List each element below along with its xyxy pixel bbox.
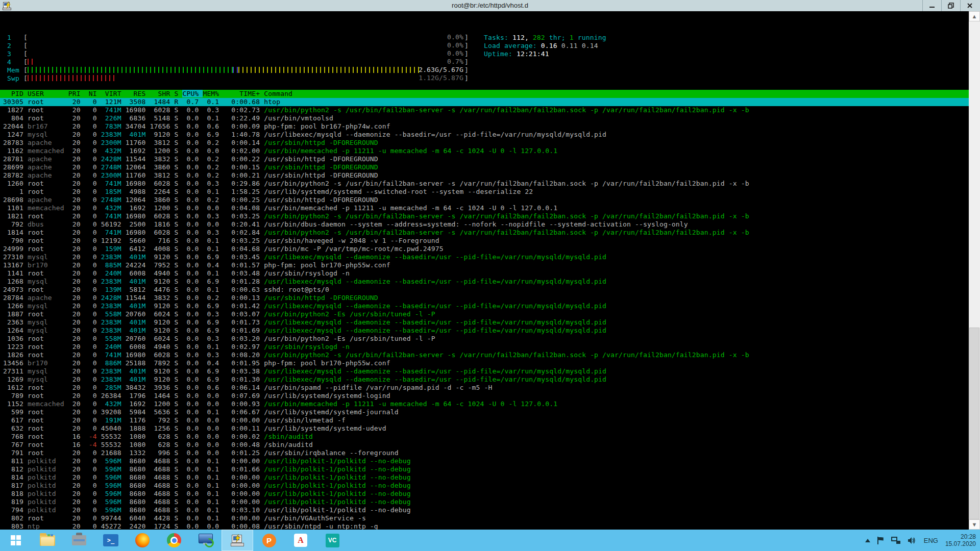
process-row[interactable]: 28783 apache 20 0 2300M 11760 3812 S 0.0…: [0, 139, 969, 147]
column-header-time[interactable]: TIME+: [223, 90, 264, 97]
process-row[interactable]: 1821 root 20 0 741M 16980 6028 S 0.0 0.3…: [0, 212, 969, 220]
taskbar-app-powershell[interactable]: >_: [95, 530, 127, 551]
scrollbar[interactable]: ▲ ▼: [969, 11, 980, 530]
process-row[interactable]: 818 polkitd 20 0 596M 8680 4688 S 0.0 0.…: [0, 490, 969, 498]
scrollbar-up-button[interactable]: ▲: [969, 11, 980, 21]
taskbar-app-acrobat-reader[interactable]: A: [285, 530, 316, 551]
process-row[interactable]: 617 root 20 0 191M 1176 792 S 0.0 0.0 0:…: [0, 416, 969, 424]
process-row[interactable]: 1269 mysql 20 0 2383M 401M 9120 S 0.0 6.…: [0, 375, 969, 384]
cell-user: root: [28, 441, 68, 448]
cell-command: /usr/libexec/mysqld --daemonize --basedi…: [264, 375, 606, 383]
restore-button[interactable]: [941, 0, 960, 11]
process-row[interactable]: 28782 apache 20 0 2300M 11760 3812 S 0.0…: [0, 171, 969, 180]
column-header-pid[interactable]: PID: [3, 90, 28, 97]
process-row[interactable]: 28784 apache 20 0 2428M 11544 3832 S 0.0…: [0, 294, 969, 302]
network-icon[interactable]: [891, 537, 900, 544]
process-row[interactable]: 1266 mysql 20 0 2383M 401M 9120 S 0.0 6.…: [0, 302, 969, 310]
process-row[interactable]: 767 root 16 -4 55532 1080 628 S 0.0 0.0 …: [0, 441, 969, 449]
cell-pid: 1264: [3, 327, 28, 334]
column-header-cpu[interactable]: CPU%: [182, 90, 203, 97]
process-row[interactable]: 1141 root 20 0 240M 6008 4940 S 0.0 0.1 …: [0, 269, 969, 278]
column-header-shr[interactable]: SHR: [150, 90, 175, 97]
process-row[interactable]: 30305 root 20 0 121M 3508 1484 R 0.7 0.1…: [0, 98, 969, 106]
process-row[interactable]: 789 root 20 0 26384 1796 1464 S 0.0 0.0 …: [0, 392, 969, 400]
process-row[interactable]: 819 polkitd 20 0 596M 8680 4688 S 0.0 0.…: [0, 498, 969, 506]
taskbar-app-file-explorer[interactable]: [32, 530, 63, 551]
start-button[interactable]: [0, 530, 32, 551]
process-row[interactable]: 13167 br170 20 0 885M 24224 7952 S 0.0 0…: [0, 261, 969, 269]
process-row[interactable]: 792 dbus 20 0 56192 2500 1816 S 0.0 0.0 …: [0, 220, 969, 229]
taskbar-app-remote-desktop[interactable]: [190, 530, 222, 551]
process-row[interactable]: 1 root 20 0 185M 4988 2264 S 0.0 0.1 1:5…: [0, 188, 969, 196]
column-header-virt[interactable]: VIRT: [101, 90, 126, 97]
column-header-res[interactable]: RES: [126, 90, 150, 97]
window-titlebar[interactable]: root@br:/etc/httpd/vhost.d: [0, 0, 980, 11]
process-row[interactable]: 1152 memcached 20 0 432M 1692 1200 S 0.0…: [0, 400, 969, 408]
process-row[interactable]: 1223 root 20 0 240M 6008 4940 S 0.0 0.1 …: [0, 343, 969, 351]
process-row[interactable]: 24999 root 20 0 159M 6412 4008 S 0.0 0.1…: [0, 245, 969, 253]
language-indicator[interactable]: ENG: [924, 537, 938, 544]
taskbar-app-putty[interactable]: [222, 530, 253, 551]
flag-icon[interactable]: [877, 537, 884, 544]
process-row[interactable]: 1264 mysql 20 0 2383M 401M 9120 S 0.0 6.…: [0, 327, 969, 335]
process-row[interactable]: 811 polkitd 20 0 596M 8680 4688 S 0.0 0.…: [0, 457, 969, 465]
process-row[interactable]: 817 polkitd 20 0 596M 8680 4688 S 0.0 0.…: [0, 482, 969, 490]
process-row[interactable]: 1101 memcached 20 0 432M 1692 1200 S 0.0…: [0, 204, 969, 212]
process-row[interactable]: 1036 root 20 0 558M 20760 6024 S 0.0 0.3…: [0, 335, 969, 343]
taskbar-app-chrome[interactable]: [158, 530, 190, 551]
column-header-user[interactable]: USER: [28, 90, 68, 97]
process-row[interactable]: 1268 mysql 20 0 2383M 401M 9120 S 0.0 6.…: [0, 278, 969, 286]
process-row[interactable]: 13456 br170 20 0 886M 25188 7892 S 0.0 0…: [0, 359, 969, 367]
process-row[interactable]: 599 root 20 0 39208 5984 5636 S 0.0 0.1 …: [0, 408, 969, 416]
cell-pri: 20: [68, 122, 85, 130]
process-row[interactable]: 791 root 20 0 21688 1332 996 S 0.0 0.0 0…: [0, 449, 969, 457]
process-row[interactable]: 790 root 20 0 12192 5660 716 S 0.0 0.1 0…: [0, 237, 969, 245]
cell-command: /usr/lib/systemd/systemd-udevd: [264, 424, 386, 432]
taskbar-app-vnc-viewer[interactable]: VC: [316, 530, 348, 551]
cell-ni: 0: [85, 163, 101, 171]
cpu-meter-3-bar: 0.0%: [28, 51, 464, 57]
cell-mem: 0.1: [203, 490, 223, 497]
minimize-button[interactable]: [922, 0, 941, 11]
process-row[interactable]: 794 polkitd 20 0 596M 8680 4688 S 0.0 0.…: [0, 506, 969, 514]
process-row[interactable]: 804 root 20 0 226M 6836 5148 S 0.0 0.1 0…: [0, 114, 969, 122]
column-header-command[interactable]: Command: [264, 90, 292, 97]
process-row[interactable]: 1162 memcached 20 0 432M 1692 1200 S 0.0…: [0, 147, 969, 155]
scrollbar-down-button[interactable]: ▼: [969, 519, 980, 530]
process-row[interactable]: 1814 root 20 0 741M 16980 6028 S 0.0 0.3…: [0, 229, 969, 237]
close-button[interactable]: [960, 0, 979, 11]
column-header-ni[interactable]: NI: [85, 90, 101, 97]
process-row[interactable]: 814 polkitd 20 0 596M 8680 4688 S 0.0 0.…: [0, 473, 969, 482]
process-row[interactable]: 22044 br167 20 0 783M 34704 17656 S 0.0 …: [0, 122, 969, 131]
column-header-pri[interactable]: PRI: [68, 90, 85, 97]
cell-shr: 4940: [150, 269, 175, 277]
process-row[interactable]: 1827 root 20 0 741M 16980 6028 S 0.0 0.3…: [0, 106, 969, 114]
process-row[interactable]: 24973 root 20 0 139M 5812 4476 S 0.0 0.1…: [0, 286, 969, 294]
taskbar-app-server-manager[interactable]: [63, 530, 95, 551]
column-header-mem[interactable]: MEM%: [203, 90, 223, 97]
process-row[interactable]: 28699 apache 20 0 2748M 12064 3860 S 0.0…: [0, 163, 969, 171]
process-row[interactable]: 27310 mysql 20 0 2383M 401M 9120 S 0.0 6…: [0, 253, 969, 261]
process-row[interactable]: 2363 mysql 20 0 2383M 401M 9120 S 0.0 6.…: [0, 318, 969, 327]
column-header-s[interactable]: S: [174, 90, 182, 97]
process-row[interactable]: 768 root 16 -4 55532 1080 628 S 0.0 0.0 …: [0, 433, 969, 441]
process-row[interactable]: 28781 apache 20 0 2428M 11544 3832 S 0.0…: [0, 155, 969, 163]
scrollbar-thumb[interactable]: [969, 328, 979, 519]
volume-icon[interactable]: [908, 537, 917, 544]
process-row[interactable]: 1826 root 20 0 741M 16980 6028 S 0.0 0.3…: [0, 351, 969, 359]
process-row[interactable]: 28698 apache 20 0 2748M 12064 3860 S 0.0…: [0, 196, 969, 204]
process-row[interactable]: 1260 root 20 0 741M 16980 6028 S 0.0 0.3…: [0, 180, 969, 188]
taskbar-app-plesk[interactable]: P: [253, 530, 285, 551]
process-row[interactable]: 632 root 20 0 45040 1888 1256 S 0.0 0.0 …: [0, 424, 969, 433]
process-row[interactable]: 1887 root 20 0 558M 20760 6024 S 0.0 0.3…: [0, 310, 969, 318]
clock[interactable]: 20:28 15.07.2020: [945, 533, 976, 547]
process-row[interactable]: 1247 mysql 20 0 2383M 401M 9120 S 0.0 6.…: [0, 131, 969, 139]
cell-s: S: [174, 343, 182, 350]
process-row[interactable]: 802 root 20 0 99744 6040 4428 S 0.0 0.1 …: [0, 514, 969, 522]
process-row[interactable]: 1612 root 20 0 285M 38432 3936 S 0.0 0.6…: [0, 384, 969, 392]
process-row[interactable]: 812 polkitd 20 0 596M 8680 4688 S 0.0 0.…: [0, 465, 969, 473]
process-row[interactable]: 27311 mysql 20 0 2383M 401M 9120 S 0.0 6…: [0, 367, 969, 375]
taskbar-app-firefox[interactable]: [127, 530, 158, 551]
tray-expand-icon[interactable]: [865, 539, 870, 542]
cell-user: mysql: [28, 278, 68, 285]
